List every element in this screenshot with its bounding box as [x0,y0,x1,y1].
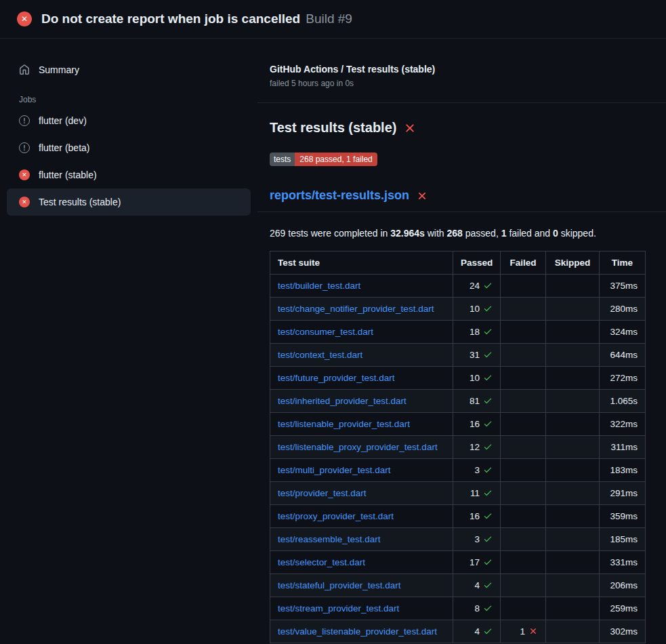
table-row: test/inherited_provider_test.dart811.065… [270,390,646,413]
failed-cell [501,321,546,344]
section-heading-text: Test results (stable) [270,120,396,136]
suite-link[interactable]: test/stateful_provider_test.dart [278,580,401,590]
suite-link[interactable]: test/change_notifier_provider_test.dart [278,304,434,314]
summary-text: skipped. [558,228,596,239]
passed-cell: 16 [453,413,501,436]
suite-link[interactable]: test/selector_test.dart [278,557,365,567]
sidebar: Summary Jobs !flutter (dev)!flutter (bet… [0,39,257,216]
failed-cell [501,390,546,413]
time-cell: 311ms [600,436,646,459]
passed-cell: 12 [453,436,501,459]
column-header-skipped: Skipped [546,251,600,275]
check-icon [483,488,493,498]
suite-link[interactable]: test/proxy_provider_test.dart [278,511,394,521]
failed-count: 1 [520,626,525,637]
column-header-test-suite: Test suite [270,251,453,275]
suite-link[interactable]: test/inherited_provider_test.dart [278,396,407,406]
passed-cell: 3 [453,528,501,551]
passed-cell: 17 [453,551,501,574]
time-cell: 272ms [600,367,646,390]
summary-text: failed and [507,228,554,239]
report-heading: reports/test-results.json [270,188,666,203]
check-icon [483,603,493,613]
time-cell: 185ms [600,528,646,551]
summary-duration: 32.964s [390,228,425,239]
check-icon [483,626,493,636]
suite-cell: test/reassemble_test.dart [270,528,453,551]
check-icon [483,511,493,521]
table-row: test/proxy_provider_test.dart16359ms [270,505,646,528]
skipped-cell [546,528,600,551]
table-row: test/listenable_proxy_provider_test.dart… [270,436,646,459]
passed-count: 8 [474,603,480,613]
suite-link[interactable]: test/future_provider_test.dart [278,373,395,383]
time-cell: 206ms [600,574,646,597]
table-row: test/value_listenable_provider_test.dart… [270,620,646,643]
summary-line: 269 tests were completed in 32.964s with… [270,228,666,239]
skipped-cell [546,574,600,597]
passed-count: 16 [470,419,480,429]
table-row: test/consumer_test.dart18324ms [270,321,646,344]
suite-cell: test/inherited_provider_test.dart [270,390,453,413]
suite-link[interactable]: test/consumer_test.dart [278,327,373,337]
suite-link[interactable]: test/listenable_proxy_provider_test.dart [278,442,438,452]
suite-cell: test/listenable_proxy_provider_test.dart [270,436,453,459]
check-icon [483,396,493,405]
build-header: ✕ Do not create report when job is cance… [0,0,666,39]
skipped-cell [546,482,600,505]
passed-count: 10 [470,373,480,383]
suite-link[interactable]: test/reassemble_test.dart [278,534,381,544]
passed-count: 11 [470,488,480,498]
check-icon [483,534,493,544]
check-icon [483,350,493,359]
passed-cell: 10 [453,367,501,390]
suite-link[interactable]: test/provider_test.dart [278,488,367,498]
sidebar-item-flutter-stable[interactable]: ✕flutter (stable) [7,161,251,188]
passed-cell: 4 [453,620,501,643]
suite-link[interactable]: test/context_test.dart [278,350,362,360]
skipped-cell [546,551,600,574]
passed-count: 81 [470,396,480,406]
check-icon [483,557,493,567]
skipped-cell [546,390,600,413]
failed-cell [501,551,546,574]
sidebar-item-label: flutter (stable) [39,169,97,180]
summary-skipped-count: 0 [553,228,558,239]
suite-link[interactable]: test/value_listenable_provider_test.dart [278,626,437,637]
suite-cell: test/builder_test.dart [270,275,453,298]
suite-link[interactable]: test/builder_test.dart [278,281,360,291]
failed-status-icon: ✕ [19,169,30,180]
passed-cell: 81 [453,390,501,413]
failed-x-icon [403,121,417,135]
sidebar-item-flutter-dev[interactable]: !flutter (dev) [7,107,251,134]
section-heading: Test results (stable) [270,120,666,136]
suite-link[interactable]: test/listenable_provider_test.dart [278,419,410,429]
check-icon [483,304,493,313]
badge-value: 268 passed, 1 failed [295,153,377,166]
table-row: test/stream_provider_test.dart8259ms [270,597,646,620]
suite-link[interactable]: test/stream_provider_test.dart [278,603,399,613]
header-divider [257,102,666,103]
suite-cell: test/change_notifier_provider_test.dart [270,298,453,321]
table-header-row: Test suitePassedFailedSkippedTime [270,251,646,275]
suite-cell: test/listenable_provider_test.dart [270,413,453,436]
x-icon [528,626,538,636]
failed-cell [501,505,546,528]
skipped-cell [546,298,600,321]
column-header-failed: Failed [501,251,546,275]
time-cell: 359ms [600,505,646,528]
table-row: test/reassemble_test.dart3185ms [270,528,646,551]
sidebar-item-flutter-beta[interactable]: !flutter (beta) [7,134,251,161]
sidebar-item-test-results-stable[interactable]: ✕Test results (stable) [7,188,251,216]
failed-cell [501,413,546,436]
suite-link[interactable]: test/multi_provider_test.dart [278,465,391,475]
neutral-status-icon: ! [19,115,30,126]
sidebar-item-summary[interactable]: Summary [7,56,251,83]
build-title-text: Do not create report when job is cancell… [41,12,300,26]
check-icon [483,465,493,475]
failed-status-icon: ✕ [19,197,30,207]
tests-badge: tests 268 passed, 1 failed [270,153,377,166]
report-file-link[interactable]: reports/test-results.json [270,188,409,203]
skipped-cell [546,505,600,528]
skipped-cell [546,436,600,459]
